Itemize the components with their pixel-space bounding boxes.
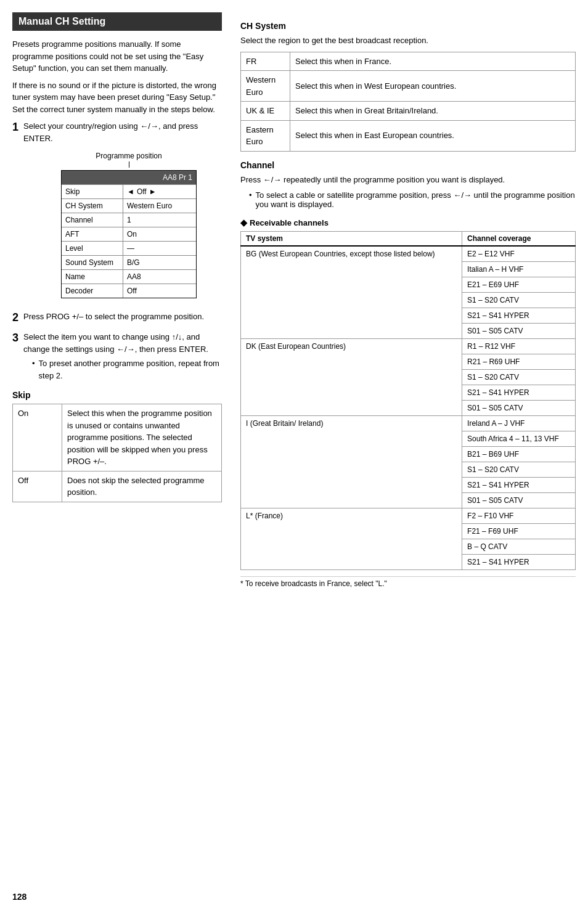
intro-para-2: If there is no sound or if the picture i…: [12, 80, 222, 116]
ch-l-4: S21 – S41 HYPER: [462, 555, 576, 570]
ch-desc-uk: Select this when in Great Britain/Irelan…: [290, 102, 576, 121]
prog-label-skip: Skip: [62, 185, 123, 198]
tv-system-bg: BG (West European Countries, except thos…: [241, 246, 462, 339]
channel-heading: Channel: [240, 160, 576, 170]
programme-diagram: Programme position AA8 Pr 1 Skip ◄ Off ►…: [36, 150, 222, 298]
ch-i-3: B21 – B69 UHF: [462, 447, 576, 462]
prog-val-level: —: [123, 242, 196, 255]
ch-dk-3: S1 – S20 CATV: [462, 370, 576, 385]
ch-bg-1: E2 – E12 VHF: [462, 246, 576, 262]
ch-bg-2: Italian A – H VHF: [462, 262, 576, 277]
ch-dk-2: R21 – R69 UHF: [462, 354, 576, 370]
channel-text: Press ←/→ repeatedly until the programme…: [240, 174, 576, 186]
skip-row-on: On Select this when the programme positi…: [13, 404, 222, 471]
channel-bullet-text: To select a cable or satellite programme…: [256, 190, 576, 209]
recv-header-row: TV system Channel coverage: [241, 232, 576, 247]
prog-header-text: AA8 Pr 1: [163, 172, 192, 183]
ch-dk-1: R1 – R12 VHF: [462, 339, 576, 354]
prog-row-aft: AFT On: [62, 227, 196, 241]
step-3-bullet: • To preset another programme position, …: [32, 357, 222, 382]
prog-label-name: Name: [62, 270, 123, 284]
ch-dk-4: S21 – S41 HYPER: [462, 385, 576, 401]
skip-table: On Select this when the programme positi…: [12, 404, 222, 502]
ch-row-eastern: Eastern Euro Select this when in East Eu…: [241, 120, 576, 151]
prog-label-level: Level: [62, 242, 123, 255]
step-2-content: Press PROG +/– to select the programme p…: [23, 311, 222, 325]
page-title: Manual CH Setting: [12, 12, 222, 31]
step-2: 2 Press PROG +/– to select the programme…: [12, 311, 222, 325]
step-1: 1 Select your country/region using ←/→, …: [12, 120, 222, 304]
recv-row-l-1: L* (France) F2 – F10 VHF: [241, 508, 576, 524]
step-3-content: Select the item you want to change using…: [23, 331, 222, 382]
ch-l-2: F21 – F69 UHF: [462, 524, 576, 539]
receivable-heading-text: Receivable channels: [250, 218, 329, 227]
prog-table: AA8 Pr 1 Skip ◄ Off ► CH System Western …: [61, 170, 197, 298]
prog-label-aft: AFT: [62, 227, 123, 241]
prog-row-decoder: Decoder Off: [62, 284, 196, 298]
ch-label-uk: UK & IE: [241, 102, 290, 121]
skip-on-label: On: [13, 404, 62, 471]
recv-col1-header: TV system: [241, 232, 462, 247]
recv-row-i-1: I (Great Britain/ Ireland) Ireland A – J…: [241, 416, 576, 431]
recv-row-bg-1: BG (West European Countries, except thos…: [241, 246, 576, 262]
ch-label-western: Western Euro: [241, 71, 290, 102]
ch-bg-4: S1 – S20 CATV: [462, 293, 576, 308]
prog-val-skip: ◄ Off ►: [123, 185, 196, 198]
prog-val-channel: 1: [123, 213, 196, 227]
prog-val-soundsystem: B/G: [123, 256, 196, 269]
prog-row-skip: Skip ◄ Off ►: [62, 184, 196, 198]
bullet-symbol: •: [32, 357, 35, 382]
ch-bg-3: E21 – E69 UHF: [462, 277, 576, 293]
diagram-label: Programme position: [36, 150, 222, 168]
footnote: * To receive broadcasts in France, selec…: [240, 576, 576, 588]
step-1-number: 1: [12, 120, 18, 304]
prog-row-name: Name AA8: [62, 269, 196, 284]
intro-para-1: Presets programme positions manually. If…: [12, 38, 222, 75]
diamond-icon: ◆: [240, 218, 247, 227]
page-number: 128: [12, 892, 27, 902]
ch-i-5: S21 – S41 HYPER: [462, 478, 576, 493]
prog-label-channel: Channel: [62, 213, 123, 227]
ch-i-6: S01 – S05 CATV: [462, 493, 576, 508]
ch-row-western: Western Euro Select this when in West Eu…: [241, 71, 576, 102]
ch-row-fr: FR Select this when in France.: [241, 52, 576, 71]
ch-desc-eastern: Select this when in East European countr…: [290, 120, 576, 151]
tv-system-i: I (Great Britain/ Ireland): [241, 416, 462, 508]
ch-label-fr: FR: [241, 52, 290, 71]
recv-row-dk-1: DK (East European Countries) R1 – R12 VH…: [241, 339, 576, 354]
prog-row-channel: Channel 1: [62, 213, 196, 227]
ch-bg-5: S21 – S41 HYPER: [462, 308, 576, 324]
recv-col2-header: Channel coverage: [462, 232, 576, 247]
ch-label-eastern: Eastern Euro: [241, 120, 290, 151]
right-column: CH System Select the region to get the b…: [240, 12, 576, 588]
ch-i-2: South Africa 4 – 11, 13 VHF: [462, 431, 576, 447]
prog-val-chsystem: Western Euro: [123, 199, 196, 213]
channel-bullet: • To select a cable or satellite program…: [249, 190, 576, 209]
prog-val-name: AA8: [123, 270, 196, 284]
left-column: Manual CH Setting Presets programme posi…: [12, 12, 222, 588]
ch-l-3: B – Q CATV: [462, 539, 576, 555]
skip-off-desc: Does not skip the selected programme pos…: [62, 471, 222, 502]
step-1-content: Select your country/region using ←/→, an…: [23, 120, 222, 304]
tv-system-l: L* (France): [241, 508, 462, 570]
ch-row-uk: UK & IE Select this when in Great Britai…: [241, 102, 576, 121]
ch-system-heading: CH System: [240, 21, 576, 31]
prog-label-soundsystem: Sound System: [62, 256, 123, 269]
prog-table-header: AA8 Pr 1: [62, 171, 196, 184]
ch-system-intro: Select the region to get the best broadc…: [240, 35, 576, 47]
ch-i-4: S1 – S20 CATV: [462, 462, 576, 478]
prog-row-chsystem: CH System Western Euro: [62, 198, 196, 213]
tv-system-dk: DK (East European Countries): [241, 339, 462, 416]
ch-i-1: Ireland A – J VHF: [462, 416, 576, 431]
step-3-number: 3: [12, 331, 18, 382]
prog-row-soundsystem: Sound System B/G: [62, 255, 196, 269]
skip-off-label: Off: [13, 471, 62, 502]
step-3-bullet-text: To preset another programme position, re…: [39, 357, 222, 382]
skip-row-off: Off Does not skip the selected programme…: [13, 471, 222, 502]
step-3: 3 Select the item you want to change usi…: [12, 331, 222, 382]
prog-val-decoder: Off: [123, 284, 196, 298]
page-container: Manual CH Setting Presets programme posi…: [12, 12, 576, 588]
skip-heading: Skip: [12, 390, 222, 400]
ch-desc-western: Select this when in West European countr…: [290, 71, 576, 102]
ch-bg-6: S01 – S05 CATV: [462, 324, 576, 339]
